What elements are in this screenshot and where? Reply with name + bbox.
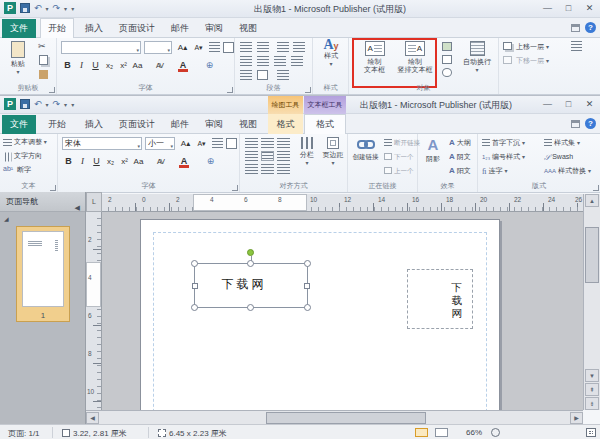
clipboard-dialog-launcher[interactable] — [49, 87, 55, 93]
minimize-button[interactable]: — — [540, 2, 555, 15]
line-spacing-icon[interactable] — [240, 70, 252, 80]
ligatures-button[interactable]: ﬁ连字 ▾ — [482, 164, 507, 177]
subscript-icon[interactable]: x₂ — [103, 59, 116, 72]
align-top-right-icon[interactable] — [277, 138, 290, 148]
superscript-icon[interactable]: x² — [117, 59, 130, 72]
align-bottom-center-icon[interactable] — [261, 164, 274, 174]
status-object-size[interactable]: 6.45 x 2.23 厘米 — [158, 428, 227, 439]
font-size-combo[interactable]: ▾ — [144, 41, 172, 54]
italic-icon-2[interactable]: I — [76, 155, 89, 168]
align-center-icon[interactable] — [257, 56, 269, 66]
qat-customize-icon-2[interactable]: ▾ — [71, 101, 74, 108]
increase-indent-icon[interactable] — [293, 42, 305, 52]
rotate-icon[interactable] — [571, 41, 582, 51]
draw-textbox-button[interactable]: A 绘制文本框 — [356, 41, 393, 74]
shadow-button[interactable]: A 阴影 — [420, 137, 446, 163]
tab-file[interactable]: 文件 — [2, 19, 36, 38]
format-painter-icon[interactable] — [39, 70, 48, 79]
previous-textbox-button[interactable]: 上一个 — [394, 164, 414, 177]
undo-icon[interactable]: ↶ — [34, 3, 42, 13]
send-backward-button[interactable]: 下移一层 ▾ — [516, 54, 549, 67]
character-spacing-icon[interactable]: AV — [153, 59, 166, 72]
phonetic-guide-icon-2[interactable] — [226, 138, 237, 149]
tab-page-design[interactable]: 页面设计 — [112, 18, 162, 38]
swash-button[interactable]: 𝒮Swash — [544, 150, 573, 163]
typography-dialog-launcher[interactable] — [593, 185, 599, 191]
zoom-icon[interactable] — [491, 428, 500, 437]
justify-icon[interactable] — [291, 56, 303, 66]
tab-home-2[interactable]: 开始 — [40, 114, 74, 134]
scroll-down-icon[interactable]: ▼ — [585, 369, 599, 382]
handle-top-center[interactable] — [247, 260, 254, 267]
text-dialog-launcher[interactable] — [50, 185, 56, 191]
emboss-button[interactable]: A阳文 — [449, 164, 471, 177]
text-direction-button[interactable]: 文字方向 — [14, 149, 42, 162]
phonetic-guide-icon[interactable] — [223, 42, 234, 53]
publication-page[interactable]: 下载网 下 载 网 — [140, 219, 500, 410]
tab-page-design-2[interactable]: 页面设计 — [112, 114, 162, 134]
vertical-scrollbar[interactable]: ▲ ▼ ⇞ ⇟ — [583, 194, 600, 410]
next-page-icon[interactable]: ⇟ — [585, 397, 599, 410]
tab-home[interactable]: 开始 — [40, 18, 74, 38]
columns-button[interactable]: 分栏▾ — [295, 137, 319, 167]
font-dialog-launcher-1[interactable] — [227, 87, 233, 93]
engrave-button[interactable]: A阴文 — [449, 150, 471, 163]
bring-forward-button[interactable]: 上移一层 ▾ — [516, 40, 549, 53]
font-size-combo-2[interactable]: 小一▾ — [145, 137, 175, 150]
fit-page-icon[interactable] — [586, 428, 596, 437]
paragraph-dialog-launcher[interactable] — [305, 87, 311, 93]
decrease-indent-icon[interactable] — [277, 42, 289, 52]
hyphenation-button[interactable]: 断字 — [17, 163, 31, 176]
align-top-center-icon[interactable] — [261, 138, 274, 148]
tab-view-2[interactable]: 视图 — [232, 114, 264, 134]
align-center-right-icon[interactable] — [277, 151, 290, 161]
margins-button[interactable]: 页边距▾ — [320, 137, 346, 167]
page-thumbnail[interactable]: 1 — [16, 226, 70, 322]
paragraph-mark-icon[interactable] — [257, 70, 268, 80]
tab-mailings-2[interactable]: 邮件 — [164, 114, 196, 134]
previous-page-icon[interactable]: ⇞ — [585, 383, 599, 396]
undo-icon-2[interactable]: ↶ — [34, 99, 42, 109]
align-bottom-left-icon[interactable] — [245, 164, 258, 174]
help-icon[interactable]: ? — [585, 22, 596, 33]
align-center-icon[interactable] — [261, 151, 274, 161]
handle-top-left[interactable] — [191, 260, 198, 267]
grow-font-icon-2[interactable]: A▴ — [178, 137, 193, 150]
drop-cap-button[interactable]: 首字下沉 ▾ — [482, 136, 525, 149]
align-bottom-right-icon[interactable] — [277, 164, 290, 174]
two-page-view-icon[interactable] — [435, 428, 448, 437]
break-link-button[interactable]: 断开链接 — [394, 136, 420, 149]
font-color-icon[interactable]: A — [177, 59, 189, 72]
tab-insert[interactable]: 插入 — [78, 18, 110, 38]
copy-icon[interactable] — [39, 55, 48, 65]
subscript-icon-2[interactable]: x₂ — [104, 155, 117, 168]
stylistic-sets-button[interactable]: 样式集 ▾ — [544, 136, 580, 149]
minimize-ribbon-icon[interactable] — [571, 24, 580, 32]
redo-icon[interactable]: ↷ — [53, 3, 61, 13]
bullets-icon[interactable] — [240, 42, 252, 52]
redo-icon-2[interactable]: ↷ — [53, 99, 61, 109]
publication-canvas[interactable]: 下载网 下 载 网 — [102, 212, 583, 410]
change-case-icon[interactable]: Aa — [131, 59, 144, 72]
character-spacing-icon-2[interactable]: AV — [154, 155, 167, 168]
align-left-icon[interactable] — [240, 56, 252, 66]
font-dialog-launcher-2[interactable] — [232, 185, 238, 191]
font-color-icon-2[interactable]: A — [178, 155, 190, 168]
superscript-icon-2[interactable]: x² — [118, 155, 131, 168]
help-icon-2[interactable]: ? — [585, 118, 596, 129]
textbox-horizontal[interactable]: 下载网 — [194, 263, 308, 308]
clear-formatting-icon-2[interactable] — [212, 138, 223, 149]
insert-shape-icon[interactable] — [442, 68, 452, 77]
zoom-level[interactable]: 66% — [466, 428, 482, 437]
expand-icon[interactable]: ◢ — [4, 215, 9, 222]
close-button[interactable]: ✕ — [582, 2, 597, 15]
draw-vertical-textbox-button[interactable]: A 绘制竖排文本框 — [395, 41, 435, 74]
tab-mailings[interactable]: 邮件 — [164, 18, 196, 38]
undo-dropdown-icon-2[interactable]: ▾ — [46, 101, 49, 108]
scroll-left-icon[interactable]: ◀ — [86, 412, 99, 424]
character-border-icon-2[interactable]: ⊕ — [204, 155, 217, 168]
handle-bottom-left[interactable] — [191, 304, 198, 311]
paste-button[interactable]: 粘贴▾ — [4, 41, 32, 76]
tab-file-2[interactable]: 文件 — [2, 115, 36, 134]
clear-formatting-icon[interactable] — [209, 42, 220, 53]
